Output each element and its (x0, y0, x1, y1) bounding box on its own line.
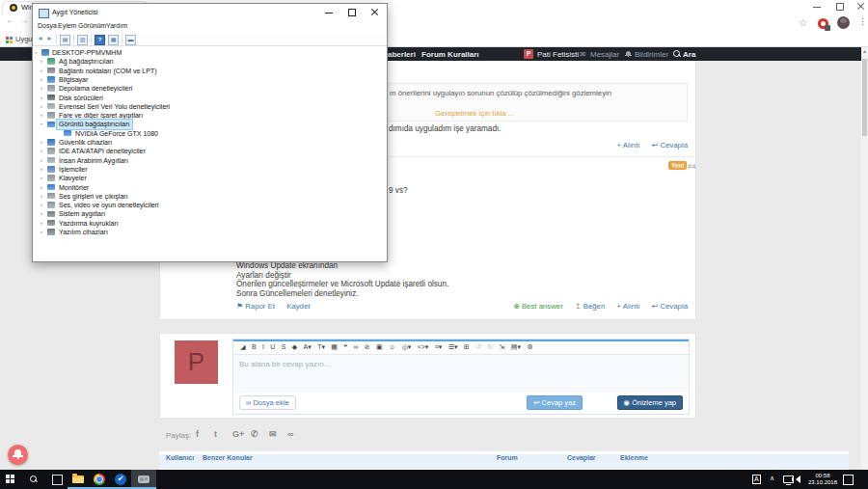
clock[interactable]: 00:58 23.10.2018 (806, 473, 839, 486)
collapse-chevron-icon[interactable]: › (33, 52, 41, 54)
taskbar-search-button[interactable] (23, 470, 44, 489)
italic-icon[interactable]: I (262, 343, 264, 350)
quote-link[interactable]: + Alıntı (616, 141, 639, 149)
expand-chevron-icon[interactable]: › (41, 201, 42, 209)
redo-icon[interactable]: ↻ (487, 343, 493, 351)
code-icon[interactable]: <>▾ (418, 343, 429, 351)
tree-item-label[interactable]: Sistem aygıtları (57, 209, 107, 218)
expand-chevron-icon[interactable]: › (41, 165, 42, 174)
nav-item-fragment[interactable]: aberleri (388, 50, 416, 59)
settings-icon[interactable]: ⚙ (527, 343, 532, 351)
smilies-icon[interactable]: ☺ (389, 343, 395, 350)
back-icon[interactable]: ◄ (37, 35, 43, 41)
taskbar-start-button[interactable] (0, 470, 21, 489)
help-icon[interactable]: ? (95, 35, 105, 45)
share-link-icon[interactable]: ∞ (287, 429, 293, 439)
tree-item-label[interactable]: Klavyeler (57, 174, 89, 182)
taskbar-app-check-button[interactable]: ✔ (110, 470, 131, 489)
taskbar-chrome-button[interactable] (89, 470, 110, 489)
media-icon[interactable]: ▦ (331, 343, 338, 351)
post-reply-button[interactable]: ↩ Cevap yaz (527, 395, 583, 410)
tree-item-label[interactable]: Bilgisayar (57, 75, 90, 84)
table-icon[interactable]: ⊞ (464, 343, 470, 351)
tree-item-label[interactable]: Bağlantı noktaları (COM ve LPT) (57, 67, 159, 75)
browser-forward-icon[interactable]: → (19, 14, 29, 25)
report-link[interactable]: ⚑ Rapor Et (236, 302, 275, 311)
show-console-icon[interactable]: ▤ (60, 35, 70, 45)
scrollbar-thumb[interactable] (862, 59, 867, 136)
facebook-icon[interactable]: f (196, 429, 199, 439)
expand-chevron-icon[interactable]: › (41, 209, 42, 218)
link-icon[interactable]: ∞ (353, 343, 358, 350)
reply-textarea[interactable]: Bu alana bir cevap yazın... (233, 355, 689, 393)
tree-item-label[interactable]: Evrensel Seri Veri Yolu denetleyicileri (57, 102, 172, 111)
quote-link[interactable]: + Alıntı (616, 302, 639, 311)
tree-item-label[interactable]: Disk sürücüleri (57, 94, 105, 102)
post-number[interactable]: #4 (688, 162, 695, 171)
expand-chevron-icon[interactable]: › (41, 156, 42, 165)
taskbar-task-view-button[interactable] (46, 470, 68, 489)
extension-icon[interactable] (818, 18, 828, 29)
save-link[interactable]: Kaydet (286, 302, 310, 311)
dm-close-button[interactable] (364, 4, 387, 21)
forward-icon[interactable]: ► (46, 35, 53, 41)
expand-chevron-icon[interactable]: › (41, 75, 42, 84)
tree-item-label[interactable]: Görüntü bağdaştırıcıları (57, 120, 132, 128)
expand-chevron-icon[interactable]: › (41, 138, 42, 147)
tree-item-label[interactable]: Ağ bağdaştırıcıları (57, 57, 116, 66)
tree-item-label[interactable]: İnsan Arabirim Aygıtları (57, 156, 130, 165)
tree-item-label[interactable]: Güvenlik cihazları (57, 138, 114, 147)
expand-chevron-icon[interactable]: › (41, 174, 42, 182)
tree-item-label[interactable]: IDE ATA/ATAPI denetleyiciler (57, 147, 148, 155)
reply-link[interactable]: ↩ Cevapla (652, 302, 688, 311)
alignment-icon[interactable]: ≡▾ (435, 343, 443, 351)
email-icon[interactable]: ✉ (269, 429, 277, 439)
tree-item-label[interactable]: Ses, video ve oyun denetleyicileri (57, 201, 161, 209)
tree-item-label[interactable]: Yazdırma kuyrukları (57, 219, 121, 228)
like-link[interactable]: ↥ Beğen (575, 302, 605, 311)
dm-menu-dosya[interactable]: Dosya (38, 22, 57, 29)
expand-chevron-icon[interactable]: › (41, 67, 42, 75)
expand-chevron-icon[interactable]: › (41, 94, 42, 102)
insert-icon[interactable]: ◎▾ (402, 343, 412, 351)
expand-chevron-icon[interactable]: › (41, 228, 42, 236)
bookmark-star-icon[interactable]: ☆ (799, 17, 807, 28)
notification-bell-button[interactable] (8, 445, 28, 465)
browser-profile-avatar[interactable] (837, 16, 850, 29)
dm-menu-görünüm[interactable]: Görünüm (78, 22, 106, 29)
image-icon[interactable]: ▣ (376, 343, 383, 351)
drafts-icon[interactable]: ▤▾ (511, 343, 521, 351)
underline-icon[interactable]: U (270, 343, 275, 350)
dm-menu-eylem[interactable]: Eylem (58, 22, 76, 29)
window-close-button[interactable] (851, 0, 868, 13)
expand-chevron-icon[interactable]: › (41, 192, 42, 201)
collapse-chevron-icon[interactable]: › (37, 123, 45, 125)
bold-icon[interactable]: B (252, 343, 257, 350)
expand-chevron-icon[interactable]: › (41, 57, 42, 66)
tree-item-label[interactable]: İşlemciler (57, 165, 90, 174)
taskbar-device-manager-button[interactable] (131, 470, 156, 489)
text-color-icon[interactable]: ◆ (292, 343, 297, 351)
expand-chevron-icon[interactable]: › (41, 102, 42, 111)
apps-grid-icon[interactable] (6, 37, 13, 43)
tree-item-label[interactable]: Monitörler (57, 183, 91, 192)
user-avatar-badge[interactable]: P (524, 49, 533, 59)
nav-search[interactable]: Ara (683, 50, 695, 59)
input-language-indicator[interactable]: A (752, 475, 761, 484)
tree-item-label[interactable]: NVIDIA GeForce GTX 1080 (73, 129, 160, 138)
expand-chevron-icon[interactable]: › (41, 111, 42, 120)
dm-menu-yardım[interactable]: Yardım (106, 22, 127, 29)
nav-messages[interactable]: Mesajlar (590, 50, 619, 59)
strikethrough-icon[interactable]: S (282, 343, 286, 350)
expand-chevron-icon[interactable]: › (41, 219, 42, 228)
browser-back-icon[interactable]: ← (6, 14, 15, 25)
googleplus-icon[interactable]: G+ (232, 429, 244, 439)
preview-button[interactable]: ◉ Önizleme yap (617, 395, 684, 410)
list-icon[interactable]: ☰▾ (448, 343, 458, 351)
action-center-icon[interactable] (843, 475, 854, 485)
undo-icon[interactable]: ↺ (475, 343, 481, 351)
tray-chevron-icon[interactable]: ∧ (770, 475, 774, 482)
whatsapp-icon[interactable]: ✆ (251, 429, 258, 439)
expand-quote-link[interactable]: Genişletmek için tıkla ... (435, 109, 514, 118)
user-avatar[interactable]: P (175, 340, 218, 384)
